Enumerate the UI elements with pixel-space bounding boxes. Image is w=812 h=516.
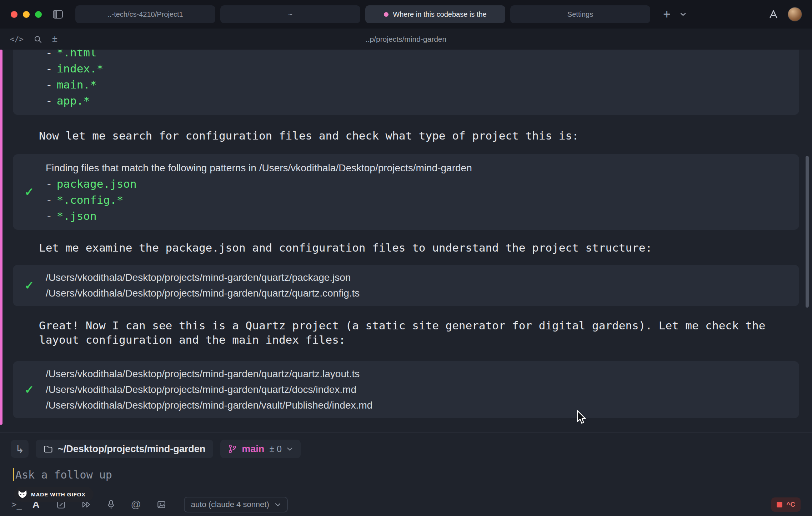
tool-status-column: ✓ [13,154,46,230]
interrupt-shortcut: ^C [786,501,795,509]
list-dash: - [46,62,52,75]
git-diff-stat: ± 0 [269,444,282,454]
chat-input[interactable] [15,469,551,481]
chevron-down-icon [287,447,293,451]
file-pattern: *.json [57,209,97,222]
working-directory-chip[interactable]: ~/Desktop/projects/mind-garden [36,440,213,458]
titlebar: ..-tech/cs-4210/Project1 ~ Where in this… [0,0,812,29]
composer: ↳ ~/Desktop/projects/mind-garden main ± … [0,432,812,516]
microphone-icon[interactable] [107,500,115,510]
stop-icon [777,502,782,507]
current-directory-title: ..p/projects/mind-garden [0,35,812,44]
check-icon: ✓ [25,279,34,292]
list-dash: - [46,193,52,206]
close-window-button[interactable] [11,11,17,18]
list-dash: - [46,94,52,107]
fox-icon [18,490,27,499]
tab-list-chevron-button[interactable] [680,12,686,16]
tool-status-column [13,50,46,115]
gifox-watermark: MADE WITH GIFOX [14,487,94,502]
chevron-down-icon [680,12,686,16]
file-path: /Users/vkodithala/Desktop/projects/mind-… [46,285,788,301]
tab-codebase-question[interactable]: Where in this codebase is the [365,5,505,23]
composer-toolbar: >_ A @ [11,497,801,512]
tab-activity-dot [384,12,389,17]
titlebar-right [768,7,812,21]
list-dash: - [46,177,52,190]
tool-result-block[interactable]: ✓ /Users/vkodithala/Desktop/projects/min… [13,361,799,418]
app-logo-icon[interactable] [768,9,778,19]
model-selector-label: auto (claude 4 sonnet) [191,500,269,509]
plus-minus-icon[interactable]: ± [52,34,57,45]
list-dash: - [46,209,52,222]
agent-accent-stripe [0,50,2,425]
folder-icon [44,445,53,453]
check-icon: ✓ [25,383,34,396]
search-icon[interactable] [34,35,42,44]
conversation-area: -*.html -index.* -main.* -app.* Now let … [0,50,812,432]
agent-message: Great! Now I can see this is a Quartz pr… [39,318,769,347]
text-caret [13,468,14,481]
working-directory-path: ~/Desktop/projects/mind-garden [58,444,205,455]
watermark-label: MADE WITH GIFOX [31,491,86,497]
pattern-line: -index.* [46,61,788,77]
minimize-window-button[interactable] [23,11,30,18]
git-branch-chip[interactable]: main ± 0 [220,440,301,458]
file-pattern: *.html [57,50,97,59]
pattern-line: -main.* [46,77,788,93]
interrupt-button[interactable]: ^C [771,497,801,512]
tool-result-block[interactable]: ✓ /Users/vkodithala/Desktop/projects/min… [13,265,799,306]
tab-home[interactable]: ~ [220,5,360,23]
file-path: /Users/vkodithala/Desktop/projects/mind-… [46,382,788,398]
agent-message: Let me examine the package.json and conf… [39,241,769,255]
pattern-line: -*.json [46,208,788,224]
code-blocks-icon[interactable]: </> [10,35,24,44]
tool-result-block[interactable]: ✓ Finding files that match the following… [13,154,799,230]
pattern-line: -app.* [46,93,788,109]
zoom-window-button[interactable] [35,11,42,18]
file-pattern: *.config.* [57,193,124,206]
tab-project1[interactable]: ..-tech/cs-4210/Project1 [75,5,215,23]
file-pattern: main.* [57,78,97,91]
sidebar-toggle-button[interactable] [52,10,63,19]
input-row [13,468,812,481]
toolbar-icons: </> ± [0,34,57,45]
reply-button[interactable]: ↳ [11,440,29,458]
pattern-line: -*.config.* [46,192,788,208]
list-dash: - [46,78,52,91]
tab-label: Where in this codebase is the [393,10,486,19]
chevron-down-icon [275,503,281,507]
window-toolbar: </> ± ..p/projects/mind-garden [0,29,812,50]
tool-status-column: ✓ [13,265,46,306]
tab-bar: ..-tech/cs-4210/Project1 ~ Where in this… [75,5,686,23]
tool-description: Finding files that match the following p… [46,160,788,176]
mention-icon[interactable]: @ [131,499,141,510]
agent-message: Now let me search for configuration file… [39,128,769,143]
file-pattern: index.* [57,62,104,75]
fast-forward-icon[interactable] [81,501,91,509]
tool-status-column: ✓ [13,361,46,418]
new-tab-button[interactable]: + [663,8,671,21]
tab-label: ~ [288,10,292,19]
file-path: /Users/vkodithala/Desktop/projects/mind-… [46,366,788,382]
scrollbar-thumb[interactable] [806,156,809,308]
file-pattern: package.json [57,177,137,190]
git-branch-icon [228,444,237,454]
image-attach-icon[interactable] [157,500,166,509]
reply-arrow-icon: ↳ [15,443,24,455]
window-controls [0,11,42,18]
tab-label: Settings [567,10,593,19]
model-selector[interactable]: auto (claude 4 sonnet) [184,497,288,512]
tab-label: ..-tech/cs-4210/Project1 [107,10,183,19]
file-path: /Users/vkodithala/Desktop/projects/mind-… [46,270,788,285]
pattern-line: -package.json [46,176,788,192]
check-icon: ✓ [25,185,34,199]
tab-settings[interactable]: Settings [510,5,650,23]
context-row: ↳ ~/Desktop/projects/mind-garden main ± … [11,440,812,458]
tool-result-block[interactable]: -*.html -index.* -main.* -app.* [13,50,799,115]
avatar[interactable] [788,7,802,21]
sidebar-icon [52,10,63,19]
file-path: /Users/vkodithala/Desktop/projects/mind-… [46,398,788,413]
file-pattern: app.* [57,94,90,107]
list-dash: - [46,50,52,59]
